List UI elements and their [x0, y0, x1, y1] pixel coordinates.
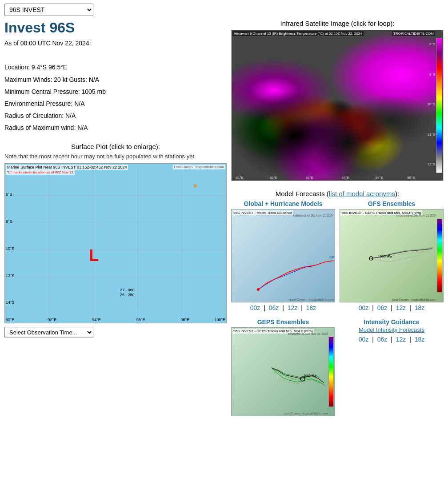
global-hurricane-title: Global + Hurricane Models: [231, 200, 335, 207]
global-link-12z[interactable]: 12z: [288, 304, 298, 311]
global-link-06z[interactable]: 06z: [269, 304, 279, 311]
gfs-attribution: Levi Cowan · tropicaltidbits.com: [392, 298, 436, 301]
satellite-colorbar: [436, 38, 442, 173]
top-bar: 96S INVEST: [0, 0, 448, 20]
geps-ensembles-col: GEPS Ensembles 96S INVEST - GEPS Tracks …: [231, 318, 335, 416]
surface-plot[interactable]: 90°E 92°E 94°E 96°E 98°E 100°E 6°S 8°S 1…: [4, 163, 227, 323]
gfs-ensembles-title: GFS Ensembles: [340, 200, 444, 207]
gfs-link-12z[interactable]: 12z: [396, 304, 406, 311]
svg-point-12: [257, 288, 260, 291]
left-panel: Invest 96S As of 00:00 UTC Nov 22, 2024:…: [4, 20, 227, 423]
surface-plot-label: Marine Surface Plot Near 96S INVEST 01:1…: [6, 165, 128, 170]
gfs-ensembles-links: 00z | 06z | 12z | 18z: [340, 304, 444, 311]
satellite-source: TROPICALTIDBITS.COM: [392, 31, 435, 36]
intensity-col: Intensity Guidance Model Intensity Forec…: [340, 318, 444, 416]
geps-attribution: Levi Cowan · tropicaltidbits.com: [284, 412, 328, 415]
gfs-ensembles-image[interactable]: 96S INVEST - GEFS Tracks and Min. MSLP (…: [340, 209, 444, 302]
intensity-link-18z[interactable]: 18z: [415, 336, 425, 343]
global-attribution: Levi Cowan · tropicaltidbits.com: [290, 298, 334, 301]
acronyms-link[interactable]: list of model acronyms: [329, 190, 395, 197]
global-link-18z[interactable]: 18z: [306, 304, 316, 311]
geps-ensembles-title: GEPS Ensembles: [231, 318, 335, 326]
observation-time-select[interactable]: Select Observation Time...: [4, 327, 93, 338]
intensity-link-06z[interactable]: 06z: [377, 336, 388, 343]
satellite-title: Infrared Satellite Image (click for loop…: [231, 20, 444, 27]
geps-ensembles-image[interactable]: 96S INVEST - GEPS Tracks and Min. MSLP (…: [231, 327, 335, 416]
storm-radius-max-wind: Radius of Maximum wind: N/A: [4, 122, 227, 133]
storm-location: Location: 9.4°S 96.5°E: [4, 62, 227, 73]
global-hurricane-col: Global + Hurricane Models 96S INVEST - M…: [231, 200, 335, 311]
surface-note: Note that the most recent hour may not b…: [4, 153, 227, 160]
surface-section: Surface Plot (click to enlarge): Note th…: [4, 143, 227, 338]
storm-radius-circ: Radius of Circulation: N/A: [4, 110, 227, 121]
storm-meta: As of 00:00 UTC Nov 22, 2024: Location: …: [4, 38, 227, 134]
svg-text:1000hPa: 1000hPa: [304, 374, 316, 377]
surface-attribution: Levi Cowan · tropicaltidbits.com: [173, 165, 226, 169]
intensity-links: 00z | 06z | 12z | 18z: [340, 336, 444, 343]
model-row-2: GEPS Ensembles 96S INVEST - GEPS Tracks …: [231, 318, 444, 416]
storm-asof: As of 00:00 UTC Nov 22, 2024:: [4, 38, 227, 49]
surface-grid: 90°E 92°E 94°E 96°E 98°E 100°E 6°S 8°S 1…: [5, 164, 226, 323]
intensity-link-12z[interactable]: 12z: [396, 336, 406, 343]
gfs-link-18z[interactable]: 18z: [415, 304, 425, 311]
model-section: Model Forecasts (list of model acronyms)…: [231, 190, 444, 416]
intensity-forecast-link[interactable]: Model Intensity Forecasts: [340, 326, 444, 333]
intensity-link-00z[interactable]: 00z: [359, 336, 369, 343]
gfs-ensembles-col: GFS Ensembles 96S INVEST - GEFS Tracks a…: [340, 200, 444, 311]
svg-point-11: [193, 184, 197, 188]
surface-storm-mark: "L" marks storm location as of 00Z Nov 2…: [6, 170, 75, 175]
model-row-1: Global + Hurricane Models 96S INVEST - M…: [231, 200, 444, 311]
storm-env-pressure: Environmental Pressure: N/A: [4, 98, 227, 109]
right-panel: Infrared Satellite Image (click for loop…: [231, 20, 444, 423]
select-obs: Select Observation Time...: [4, 327, 227, 338]
gfs-colorbar: [437, 219, 442, 293]
satellite-img-label: Himawari-9 Channel 13 (IR) Brightness Te…: [232, 31, 364, 36]
svg-text:GFS: GFS: [329, 255, 335, 259]
model-section-title: Model Forecasts (list of model acronyms)…: [231, 190, 444, 197]
gfs-link-06z[interactable]: 06z: [377, 304, 388, 311]
gfs-link-00z[interactable]: 00z: [359, 304, 369, 311]
global-hurricane-image[interactable]: 96S INVEST - Model Track Guidance Initia…: [231, 209, 335, 302]
main-layout: Invest 96S As of 00:00 UTC Nov 22, 2024:…: [0, 20, 448, 423]
storm-min-pressure: Minimum Central Pressure: 1005 mb: [4, 86, 227, 97]
global-hurricane-links: 00z | 06z | 12z | 18z: [231, 304, 335, 311]
satellite-section: Infrared Satellite Image (click for loop…: [231, 20, 444, 181]
storm-title: Invest 96S: [4, 20, 227, 36]
intensity-title: Intensity Guidance: [340, 318, 444, 326]
storm-max-winds: Maximum Winds: 20 kt Gusts: N/A: [4, 74, 227, 85]
storm-select[interactable]: 96S INVEST: [4, 4, 93, 16]
satellite-image[interactable]: Himawari-9 Channel 13 (IR) Brightness Te…: [231, 30, 444, 181]
global-link-00z[interactable]: 00z: [250, 304, 260, 311]
svg-text:1000hPa: 1000hPa: [378, 254, 392, 258]
storm-L-marker: L: [89, 246, 99, 265]
surface-title: Surface Plot (click to enlarge):: [4, 143, 227, 150]
geps-colorbar: [328, 337, 334, 407]
